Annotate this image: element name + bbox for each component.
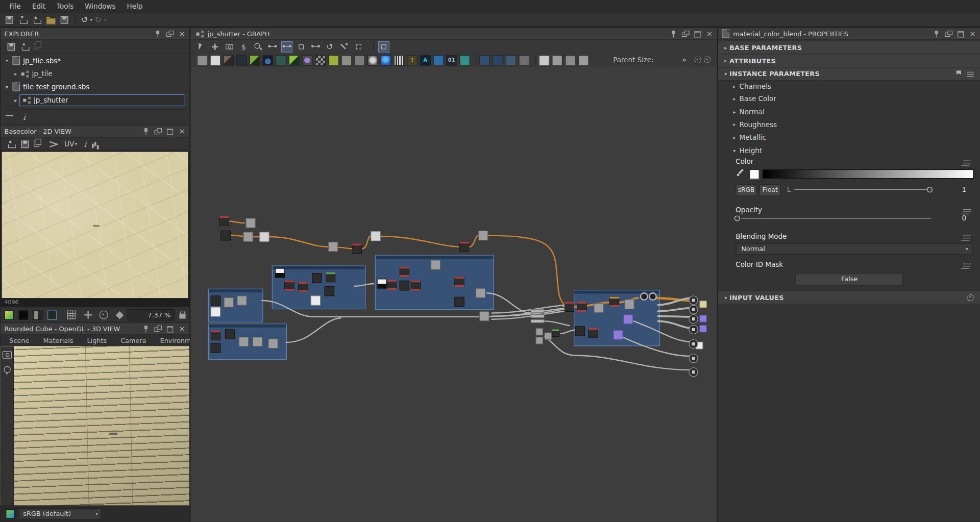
elbow-link-icon[interactable] [311,41,321,52]
palette-anchor[interactable] [578,55,589,65]
graph-node-gray[interactable] [243,232,253,242]
graph-node-gray[interactable] [268,339,278,349]
frame-fit-icon[interactable] [354,41,364,52]
swap-channels-icon[interactable] [50,141,58,147]
graph-node-red[interactable] [410,281,421,291]
filter-icon[interactable] [6,114,13,120]
light-icon[interactable] [4,366,10,373]
palette-frame[interactable] [493,55,503,65]
tree-item-jp-shutter[interactable]: jp_shutter [1,94,188,106]
graph-node-red[interactable] [577,302,587,312]
view3d-viewport[interactable] [1,346,189,506]
menu-tools[interactable]: Tools [51,0,79,13]
graph-node-graybar[interactable] [531,314,545,318]
graph-node-purple[interactable] [699,325,707,333]
graph-node-bw[interactable] [377,279,387,289]
tab-materials[interactable]: Materials [43,337,74,344]
chevron-right-icon[interactable] [730,96,738,102]
histogram-icon[interactable] [91,140,100,148]
link-package-icon[interactable] [33,41,44,52]
screenshot-icon[interactable] [225,41,235,52]
graph-wire[interactable] [492,305,566,313]
pin-icon[interactable] [669,30,677,38]
float-icon[interactable] [154,325,162,333]
graph-output-node[interactable] [689,295,698,305]
menu-help[interactable]: Help [121,0,148,13]
blending-mode-dropdown[interactable]: Normal [736,243,972,255]
palette-splatter[interactable] [341,55,352,65]
import-icon[interactable] [17,14,29,26]
save-icon[interactable] [59,14,70,26]
chevron-right-icon[interactable] [730,135,738,140]
graph-wire[interactable] [545,321,570,326]
graph-node-red[interactable] [298,282,308,292]
center-icon[interactable] [100,311,108,319]
graph-node-gray[interactable] [479,311,489,321]
graph-node-darkred[interactable] [352,244,362,254]
graph-canvas[interactable] [190,67,717,521]
unlink-icon[interactable] [267,41,278,52]
graph-output-node[interactable] [689,367,698,377]
uv-dropdown[interactable]: UV▾ [64,137,78,151]
chevron-down-icon[interactable] [722,71,729,77]
gear-icon[interactable] [694,56,701,63]
graph-wire[interactable] [658,298,691,305]
float-icon[interactable] [154,127,162,135]
graph-node-darkred[interactable] [219,216,230,227]
srgb-button[interactable]: sRGB [736,184,757,196]
menu-file[interactable]: File [4,0,27,13]
graph-node-redmulti[interactable] [565,302,575,312]
info-icon[interactable]: i [84,140,87,148]
maximize-icon[interactable] [956,30,964,38]
palette-gradient[interactable] [250,55,260,65]
graph-node-gray[interactable] [237,295,247,306]
graph-wire[interactable] [270,237,328,247]
graph-node-white[interactable] [311,295,321,306]
palette-gradient-map[interactable] [289,55,300,65]
graph-wire[interactable] [658,308,691,311]
graph-node-gray[interactable] [253,337,263,347]
graph-node-gray[interactable] [535,328,543,336]
graph-wire[interactable] [560,330,574,334]
blending-menu-icon[interactable] [963,235,971,240]
float-icon[interactable] [681,30,690,38]
graph-node-gray[interactable] [328,242,338,252]
graph-node-red[interactable] [454,277,464,287]
palette-bitmap[interactable] [197,55,208,65]
bookmark-icon[interactable] [956,70,962,77]
palette-blend[interactable] [210,55,220,65]
subsection-height[interactable]: Height [718,144,980,157]
tab-scene[interactable]: Scene [9,337,29,344]
redo-icon[interactable]: ↻ [93,14,103,26]
palette-levels[interactable] [223,55,234,65]
graph-output-node[interactable] [689,325,698,334]
graph-node-green[interactable] [326,272,336,283]
graph-wire[interactable] [338,247,352,248]
graph-wire[interactable] [286,318,341,342]
palette-warning[interactable]: ! [407,55,418,65]
graph-node-gray[interactable] [535,337,543,344]
graph-node-gray[interactable] [594,303,604,313]
pin-icon[interactable] [142,127,150,135]
graph-node-darkred[interactable] [588,328,598,338]
color-swatch[interactable] [749,169,760,180]
channel-color-icon[interactable] [5,310,14,319]
chevron-right-icon[interactable] [730,83,738,89]
palette-pin[interactable] [552,55,562,65]
graph-wire[interactable] [381,236,459,247]
palette-text[interactable]: A [420,55,431,65]
graph-node-gray[interactable] [545,332,552,340]
pin-icon[interactable] [142,325,150,333]
tree-item-tile-test-ground-sbs[interactable]: tile test ground.sbs [1,81,188,93]
close-icon[interactable] [968,30,976,38]
chevron-right-icon[interactable] [722,58,729,63]
gear-icon[interactable] [704,56,710,63]
save-package-icon[interactable] [6,41,17,52]
graph-wire[interactable] [492,308,566,316]
graph-output-node[interactable] [689,314,698,324]
palette-pixel-processor[interactable]: 01 [446,55,457,65]
chevron-right-icon[interactable] [12,71,19,77]
pin-icon[interactable] [933,30,941,38]
graph-node-green[interactable] [552,329,559,337]
graph-wire[interactable] [658,321,691,328]
